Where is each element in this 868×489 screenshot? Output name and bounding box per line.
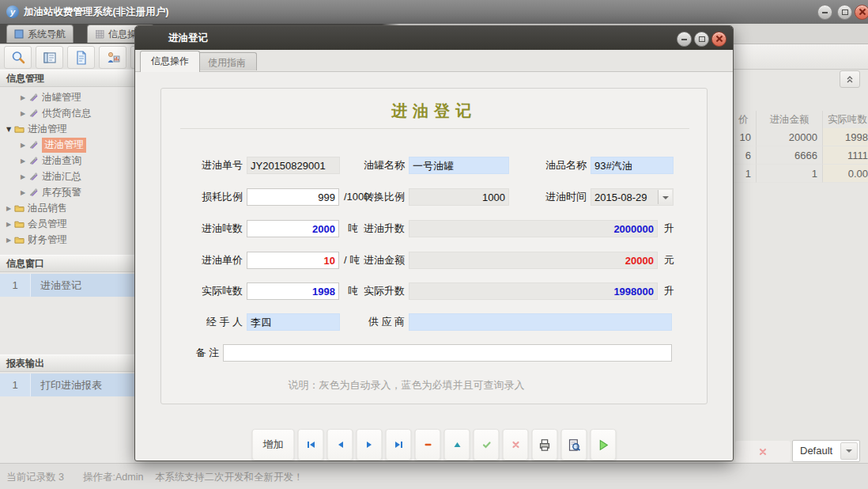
tab-system-nav[interactable]: 系统导航 (6, 25, 74, 43)
table-cell[interactable]: 20000 (756, 128, 822, 146)
tree-item-label: 财务管理 (28, 233, 67, 247)
next-record-button[interactable] (357, 429, 383, 461)
layout-select[interactable]: Default (792, 440, 860, 462)
layout-select-value: Default (800, 445, 832, 457)
print-button[interactable] (532, 429, 558, 461)
sidebar-header-reports: 报表输出 (0, 354, 134, 372)
chevron-right-icon[interactable]: ▶ (19, 173, 27, 180)
preview-button[interactable] (561, 429, 587, 461)
dialog-tab-info-operation[interactable]: 信息操作 (140, 51, 200, 72)
x-icon (757, 446, 768, 457)
suffix-intake-liters: 升 (664, 220, 674, 237)
table-cell[interactable]: 1 (756, 165, 822, 183)
close-button[interactable] (855, 5, 868, 20)
sidebar-item-supplier-info[interactable]: ▶ 供货商信息 (0, 105, 153, 121)
minimize-button[interactable] (817, 5, 832, 20)
table-cell[interactable]: 10 (734, 128, 756, 146)
table-cell[interactable]: 1111 (822, 146, 868, 165)
sidebar-item-intake-mgmt[interactable]: ▶ 进油管理 (0, 137, 153, 153)
chevron-right-icon[interactable]: ▶ (5, 237, 13, 244)
table-cell[interactable]: 6666 (756, 146, 822, 165)
maximize-button[interactable] (837, 5, 852, 20)
row-index: 1 (0, 274, 31, 297)
report-row[interactable]: 1 打印进油报表 (0, 373, 134, 396)
operator-button[interactable] (99, 46, 126, 69)
table-cell[interactable]: 1 (734, 165, 756, 183)
app-logo-icon: y (6, 6, 19, 18)
field-tank-name[interactable]: 一号油罐 (409, 157, 509, 174)
search-button[interactable] (4, 46, 32, 69)
chevron-right-icon[interactable]: ▶ (19, 110, 27, 117)
card-view-button[interactable] (36, 46, 63, 69)
chevron-right-icon[interactable]: ▶ (19, 142, 27, 149)
sidebar-item-intake-query[interactable]: ▶ 进油查询 (0, 153, 153, 169)
tree-item-label: 库存预警 (42, 186, 81, 199)
dropdown-arrow-icon[interactable] (840, 442, 858, 460)
form-heading: 进油登记 (161, 100, 707, 122)
field-supplier[interactable] (409, 313, 672, 331)
dialog-maximize-button[interactable] (694, 32, 709, 47)
dialog-tab-guide[interactable]: 使用指南 (197, 52, 257, 70)
tool-icon (28, 140, 39, 150)
table-cell[interactable]: 6 (734, 146, 756, 165)
save-record-button[interactable] (474, 429, 500, 461)
chevron-right-icon[interactable]: ▶ (19, 94, 27, 101)
last-record-button[interactable] (386, 429, 412, 461)
add-button[interactable]: 增加 (252, 429, 295, 461)
label-supplier: 供 应 商 (349, 313, 405, 331)
run-button[interactable] (591, 429, 617, 461)
sidebar-item-stock-alert[interactable]: ▶ 库存预警 (0, 184, 153, 200)
field-intake-time[interactable]: 2015-08-29 (591, 188, 674, 206)
chevron-right-icon[interactable]: ▶ (5, 205, 13, 212)
field-unit-price[interactable]: 10 (247, 252, 339, 269)
window-title: 加油站收费管理系统(非注册用户) (24, 0, 168, 24)
table-header-amount[interactable]: 进油金额 (756, 111, 822, 128)
last-record-icon (393, 439, 404, 450)
dialog-minimize-button[interactable] (677, 32, 692, 47)
field-handler[interactable]: 李四 (247, 313, 340, 331)
chevron-down-icon[interactable]: ▼ (5, 126, 13, 133)
tree-item-label: 供货商信息 (42, 107, 92, 120)
label-oil-name: 油品名称 (531, 157, 587, 174)
sidebar-group-finance[interactable]: ▶ 财务管理 (0, 232, 139, 248)
document-button[interactable] (67, 46, 95, 69)
delete-record-button[interactable] (415, 429, 441, 461)
first-record-button[interactable] (298, 429, 324, 461)
table-cell[interactable]: 1998 (822, 128, 868, 146)
edit-record-button[interactable] (444, 429, 470, 461)
date-dropdown-button[interactable] (658, 190, 672, 204)
chevron-right-icon[interactable]: ▶ (19, 157, 27, 165)
first-record-icon (305, 439, 316, 450)
sidebar-group-oil-sales[interactable]: ▶ 油品销售 (0, 200, 139, 216)
table-cell[interactable]: 0.00 (822, 165, 868, 183)
dialog-titlebar[interactable]: 进油登记 (135, 26, 733, 50)
table-header-actual-tons[interactable]: 实际吨数 (822, 111, 868, 128)
field-oil-name[interactable]: 93#汽油 (591, 157, 674, 174)
folder-icon (14, 219, 25, 229)
tree-item-label: 油罐管理 (42, 91, 81, 104)
label-order-no: 进油单号 (177, 157, 243, 174)
field-loss-ratio[interactable]: 999 (247, 188, 339, 206)
field-actual-tons[interactable]: 1998 (247, 282, 339, 300)
form-note: 说明：灰色为自动录入，蓝色为必填并且可查询录入 (161, 378, 651, 392)
dialog-record-toolbar: 增加 (252, 429, 617, 461)
tool-icon (28, 108, 39, 118)
print-preview-icon (568, 438, 581, 452)
sidebar-item-intake-summary[interactable]: ▶ 进油汇总 (0, 169, 153, 184)
table-header-unit-price[interactable]: 价 (734, 111, 756, 128)
chevron-right-icon[interactable]: ▶ (5, 221, 13, 228)
double-chevron-up-icon (845, 74, 855, 84)
sidebar-item-tank-mgmt[interactable]: ▶ 油罐管理 (0, 89, 153, 105)
field-intake-tons[interactable]: 2000 (247, 220, 339, 237)
sidebar-group-members[interactable]: ▶ 会员管理 (0, 216, 139, 232)
prev-record-button[interactable] (327, 429, 353, 461)
sidebar-group-intake-mgmt[interactable]: ▼ 进油管理 (0, 121, 139, 137)
cancel-button-background[interactable] (735, 441, 791, 462)
field-remark[interactable] (223, 344, 672, 362)
cancel-record-button[interactable] (503, 429, 529, 461)
info-window-row[interactable]: 1 进油登记 (0, 274, 134, 297)
collapse-panel-button[interactable] (840, 70, 860, 88)
dialog-close-button[interactable] (711, 32, 726, 47)
chevron-right-icon[interactable]: ▶ (19, 189, 27, 196)
document-icon (74, 50, 89, 66)
